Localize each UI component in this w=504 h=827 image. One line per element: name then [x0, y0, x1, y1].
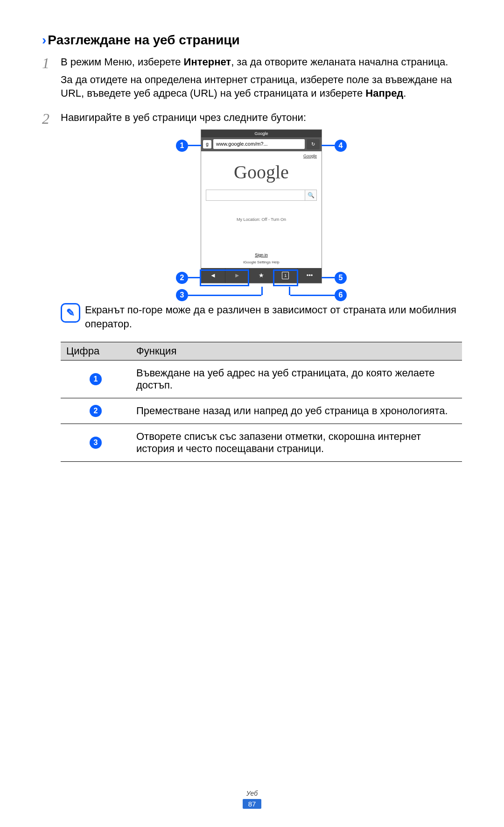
- top-link[interactable]: Google: [206, 153, 317, 159]
- row-number-icon: 1: [90, 373, 102, 385]
- phone-webview: Google Google 🔍 My Location: Off - Turn …: [201, 151, 322, 268]
- sign-in-link[interactable]: Sign in: [201, 252, 322, 258]
- page-number: 87: [243, 799, 262, 809]
- highlight-windows: [273, 269, 298, 286]
- row-number-icon: 2: [90, 405, 102, 417]
- section-heading: › Разглеждане на уеб страници: [42, 33, 462, 48]
- table-row: 2 Преместване назад или напред до уеб ст…: [61, 398, 462, 424]
- phone-url-row: g www.google.com/m?... ↻: [201, 137, 322, 151]
- step-2: 2 Навигирайте в уеб страници чрез следни…: [42, 111, 462, 297]
- more-button[interactable]: •••: [298, 268, 322, 283]
- note-text: Екранът по-горе може да е различен в зав…: [85, 303, 462, 331]
- table-header-function: Функция: [131, 342, 462, 360]
- table-row: 1 Въвеждане на уеб адрес на уеб страница…: [61, 360, 462, 398]
- table-header-number: Цифра: [61, 342, 131, 360]
- row-function: Въвеждане на уеб адрес на уеб страницата…: [131, 360, 462, 398]
- row-function: Преместване назад или напред до уеб стра…: [131, 398, 462, 424]
- bookmarks-button[interactable]: ★: [250, 268, 274, 283]
- function-table: Цифра Функция 1 Въвеждане на уеб адрес н…: [61, 342, 462, 462]
- step-number: 1: [42, 55, 61, 104]
- phone-titlebar: Google: [201, 130, 322, 137]
- step-1: 1 В режим Меню, изберете Интернет, за да…: [42, 55, 462, 104]
- callout-6: 6: [289, 289, 347, 301]
- google-logo: Google: [206, 160, 317, 185]
- phone-illustration: Google g www.google.com/m?... ↻ Google G…: [184, 129, 338, 283]
- heading-text: Разглеждане на уеб страници: [48, 33, 239, 48]
- favicon-icon: g: [203, 140, 211, 148]
- note-icon: ✎: [61, 303, 80, 323]
- row-number-icon: 3: [90, 437, 102, 449]
- step-2-text: Навигирайте в уеб страници чрез следните…: [61, 111, 462, 125]
- note-block: ✎ Екранът по-горе може да е различен в з…: [61, 303, 462, 331]
- reload-button[interactable]: ↻: [307, 139, 320, 149]
- callout-4: 4: [322, 140, 347, 152]
- callout-1: 1: [176, 140, 201, 152]
- row-function: Отворете списък със запазени отметки, ск…: [131, 424, 462, 462]
- callout-2: 2: [176, 272, 200, 284]
- callout-3: 3: [176, 289, 263, 301]
- footer-category: Уеб: [0, 790, 504, 797]
- highlight-nav: [200, 269, 249, 286]
- callout-5: 5: [322, 272, 347, 284]
- search-button[interactable]: 🔍: [305, 190, 317, 201]
- step-number: 2: [42, 111, 61, 297]
- table-row: 3 Отворете списък със запазени отметки, …: [61, 424, 462, 462]
- steps-list: 1 В режим Меню, изберете Интернет, за да…: [42, 55, 462, 297]
- page-footer: Уеб 87: [0, 790, 504, 809]
- search-input[interactable]: [206, 190, 305, 201]
- bottom-links[interactable]: iGoogle Settings Help: [201, 260, 322, 265]
- step-1-line-a: В режим Меню, изберете Интернет, за да о…: [61, 55, 462, 69]
- step-1-line-b: За да отидете на определена интернет стр…: [61, 73, 462, 100]
- chevron-icon: ›: [42, 33, 46, 48]
- my-location-text[interactable]: My Location: Off - Turn On: [206, 217, 317, 222]
- url-field[interactable]: www.google.com/m?...: [213, 139, 305, 149]
